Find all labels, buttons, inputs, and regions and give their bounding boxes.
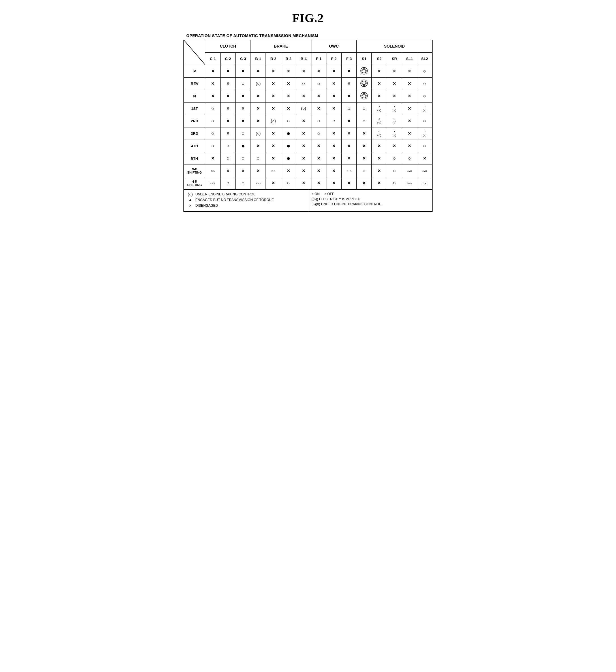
45-F2: ×	[326, 177, 341, 189]
45-S1: ×	[357, 177, 372, 189]
2ND-B3: ○	[281, 115, 296, 127]
4TH-C3: ●	[236, 140, 251, 152]
4TH-B3: ●	[281, 140, 296, 152]
col-f2: F-2	[326, 52, 341, 65]
col-b1: B-1	[251, 52, 266, 65]
P-F3: ×	[341, 65, 356, 77]
REV-F1: ○	[311, 77, 326, 90]
N-F2: ×	[326, 90, 341, 102]
col-f3: F-3	[341, 52, 356, 65]
col-sl1: SL1	[402, 52, 417, 65]
row-1ST: 1ST ○ × × × × × (○) × × ○ ○ ×(×) ×(×) × …	[184, 102, 432, 115]
header-group-row: CLUTCH BRAKE OWC SOLENOID	[184, 40, 432, 52]
legend-left: (○) UNDER ENGINE BRAKING CONTROL ● ENGAG…	[184, 190, 308, 211]
N-B3: ×	[281, 90, 296, 102]
row-REV: REV × × ○ (○) × × ○ ○ × ×	[184, 77, 432, 90]
1ST-SR: ×(×)	[387, 102, 402, 115]
3RD-S2: ○(○)	[372, 127, 387, 140]
REV-B4: ○	[296, 77, 311, 90]
col-b2: B-2	[266, 52, 281, 65]
3RD-B2: ×	[266, 127, 281, 140]
2ND-C3: ×	[236, 115, 251, 127]
dbl-circle-icon-rev	[359, 78, 369, 88]
N-B2: ×	[266, 90, 281, 102]
label-N: N	[184, 90, 205, 102]
legend-sym-x: ×	[187, 203, 193, 208]
5TH-S1: ×	[357, 152, 372, 164]
2ND-S2: ○(○)	[372, 115, 387, 127]
4TH-F2: ×	[326, 140, 341, 152]
P-F1: ×	[311, 65, 326, 77]
legend-right: ○ ON × OFF ((○)) ELECTRICITY IS APPLIED …	[308, 190, 432, 211]
REV-B3: ×	[281, 77, 296, 90]
45-SL2: ○×	[417, 177, 432, 189]
REV-B2: ×	[266, 77, 281, 90]
4TH-C1: ○	[205, 140, 220, 152]
5TH-SL1: ○	[402, 152, 417, 164]
fig-title: FIG.2	[292, 11, 324, 25]
ND-B2: ×○	[266, 164, 281, 177]
5TH-SL2: ×	[417, 152, 432, 164]
col-s2: S2	[372, 52, 387, 65]
1ST-C1: ○	[205, 102, 220, 115]
3RD-SL1: ×	[402, 127, 417, 140]
brake-group-header: BRAKE	[251, 40, 311, 52]
row-4TH: 4TH ○ ○ ● × × ● × × × × × × × × ○	[184, 140, 432, 152]
row-3RD: 3RD ○ × ○ (○) × ● × ○ × × × ○(○) ×(×) × …	[184, 127, 432, 140]
REV-C3: ○	[236, 77, 251, 90]
col-header-row: C-1 C-2 C-3 B-1 B-2 B-3 B-4 F-1 F-2 F-3 …	[184, 52, 432, 65]
ND-C2: ×	[220, 164, 235, 177]
main-table: CLUTCH BRAKE OWC SOLENOID C-1 C-2 C-3 B-…	[183, 40, 433, 190]
4TH-B4: ×	[296, 140, 311, 152]
2ND-B2: (○)	[266, 115, 281, 127]
1ST-F3: ○	[341, 102, 356, 115]
5TH-SR: ○	[387, 152, 402, 164]
col-s1: S1	[357, 52, 372, 65]
row-5TH: 5TH × ○ ○ ○ × ● × × × × × × ○ ○ ×	[184, 152, 432, 164]
45-SR: ○	[387, 177, 402, 189]
45-B4: ×	[296, 177, 311, 189]
3RD-C3: ○	[236, 127, 251, 140]
3RD-B4: ×	[296, 127, 311, 140]
REV-SL1: ×	[402, 77, 417, 90]
1ST-B2: ×	[266, 102, 281, 115]
legend-right-text-1: ○ ON × OFF	[312, 192, 334, 196]
ND-F1: ×	[311, 164, 326, 177]
REV-F3: ×	[341, 77, 356, 90]
label-P: P	[184, 65, 205, 77]
1ST-C2: ×	[220, 102, 235, 115]
45-SL1: ×-○	[402, 177, 417, 189]
legend-text-2: ENGAGED BUT NO TRANSMISSION OF TORQUE	[195, 198, 274, 202]
3RD-F3: ×	[341, 127, 356, 140]
ND-SR: ○	[387, 164, 402, 177]
45-B1: ×-○	[251, 177, 266, 189]
table-title: OPERATION STATE OF AUTOMATIC TRANSMISSIO…	[186, 33, 318, 38]
4TH-F3: ×	[341, 140, 356, 152]
45-C3: ○	[236, 177, 251, 189]
label-5TH: 5TH	[184, 152, 205, 164]
5TH-B1: ○	[251, 152, 266, 164]
2ND-SR: ×(○)	[387, 115, 402, 127]
svg-point-6	[363, 82, 365, 85]
legend-item-3: × DISENGAGED	[187, 203, 305, 208]
ND-F2: ×	[326, 164, 341, 177]
legend-right-row-1: ○ ON × OFF	[312, 192, 429, 196]
P-S2: ×	[372, 65, 387, 77]
1ST-F2: ×	[326, 102, 341, 115]
ND-F3: ×-○	[341, 164, 356, 177]
45-S2: ×	[372, 177, 387, 189]
3RD-C1: ○	[205, 127, 220, 140]
col-b3: B-3	[281, 52, 296, 65]
P-C1: ×	[205, 65, 220, 77]
P-SR: ×	[387, 65, 402, 77]
45-B2: ×	[266, 177, 281, 189]
legend-right-text-3: (○)(×) UNDER ENGINE BRAKING CONTROL	[312, 202, 381, 206]
3RD-C2: ×	[220, 127, 235, 140]
1ST-SL1: ×	[402, 102, 417, 115]
label-45-shifting: 4-5SHIFTING	[184, 177, 205, 189]
svg-point-9	[363, 94, 365, 97]
N-SL2: ○	[417, 90, 432, 102]
REV-B1: (○)	[251, 77, 266, 90]
REV-C1: ×	[205, 77, 220, 90]
svg-line-0	[184, 40, 205, 65]
